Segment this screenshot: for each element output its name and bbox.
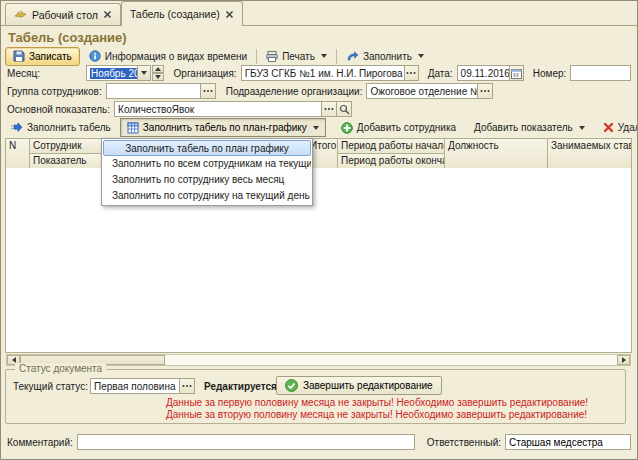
tab-label: Рабочий стол xyxy=(32,9,98,21)
date-field[interactable]: 09.11.2016 0 xyxy=(457,65,510,81)
warning-first-half: Данные за первую половину месяца не закр… xyxy=(166,397,588,408)
responsible-input[interactable] xyxy=(505,434,631,450)
tab-bar: Рабочий стол Табель (создание) xyxy=(1,1,637,26)
scrollbar-track[interactable] xyxy=(165,355,617,365)
time-info-button[interactable]: Информация о видах времени xyxy=(86,47,250,65)
month-label: Месяц: xyxy=(7,68,40,79)
form-row-indicator: Основной показатель: КоличествоЯвок xyxy=(7,101,631,117)
month-field[interactable]: Ноябрь 2016 xyxy=(86,65,138,81)
comment-input[interactable] xyxy=(77,434,415,450)
print-button[interactable]: Печать xyxy=(263,47,330,65)
date-calendar-button[interactable] xyxy=(510,65,524,81)
indicator-field[interactable]: КоличествоЯвок xyxy=(114,101,322,117)
organization-choose-button[interactable] xyxy=(405,65,419,81)
responsible-label: Ответственный: xyxy=(427,437,501,448)
print-label: Печать xyxy=(282,51,315,62)
fill-by-plan-button[interactable]: Заполнить табель по план-графику xyxy=(120,118,326,137)
menu-item-fill-employee-month[interactable]: Заполнить по сотруднику весь месяц xyxy=(103,172,311,188)
spin-up-button[interactable] xyxy=(152,65,164,73)
fill-by-plan-label: Заполнить табель по план-графику xyxy=(143,122,307,133)
current-status-control: Первая половина xyxy=(90,378,195,394)
add-employee-label: Добавить сотрудника xyxy=(357,122,456,133)
document-status-group: Статус документа Текущий статус: Первая … xyxy=(5,369,626,424)
status-group-legend: Статус документа xyxy=(15,363,106,374)
month-dropdown-button[interactable] xyxy=(138,65,151,81)
month-spinner xyxy=(152,65,164,81)
fill-label: Заполнить xyxy=(363,51,412,62)
check-circle-icon xyxy=(285,379,298,392)
menu-item-fill-all-today[interactable]: Заполнить по всем сотрудникам на текущий… xyxy=(103,156,311,172)
indicator-search-button[interactable] xyxy=(337,101,352,117)
current-status-field[interactable]: Первая половина xyxy=(90,378,180,394)
current-status-label: Текущий статус: xyxy=(13,381,88,392)
add-employee-button[interactable]: Добавить сотрудника xyxy=(338,119,459,137)
finish-editing-button[interactable]: Завершить редактирование xyxy=(276,376,442,395)
number-field[interactable] xyxy=(570,65,631,81)
search-icon xyxy=(339,104,350,115)
month-value: Ноябрь 2016 xyxy=(90,68,138,79)
menu-item-fill-by-plan[interactable]: Заполнить табель по план графику xyxy=(103,140,311,156)
timesheet-table-body[interactable] xyxy=(5,168,632,353)
column-header-n: N xyxy=(5,138,30,169)
toolbar-separator xyxy=(256,49,257,64)
chevron-down-icon xyxy=(155,75,161,79)
add-icon xyxy=(341,122,353,134)
save-button-label: Записать xyxy=(29,51,72,62)
comment-label: Комментарий: xyxy=(7,437,73,448)
employee-group-label: Группа сотрудников: xyxy=(7,86,102,97)
employee-group-choose-button[interactable] xyxy=(201,83,216,99)
form-row-group: Группа сотрудников: Подразделение органи… xyxy=(7,83,631,99)
ellipsis-icon xyxy=(203,89,213,93)
finish-editing-label: Завершить редактирование xyxy=(303,380,433,391)
fill-menu-button[interactable]: Заполнить xyxy=(343,47,427,65)
remove-employee-label: Удалить сотрудника xyxy=(618,122,638,133)
ellipsis-icon xyxy=(406,71,416,75)
warning-second-half: Данные за вторую половину месяца не закр… xyxy=(166,409,587,420)
ellipsis-icon xyxy=(480,89,490,93)
menu-item-fill-employee-today[interactable]: Заполнить по сотруднику на текущий день xyxy=(103,188,311,204)
current-status-value: Первая половина xyxy=(94,381,176,392)
organization-label: Организация: xyxy=(174,68,237,79)
fill-sheet-button[interactable]: Заполнить табель xyxy=(7,119,114,137)
ellipsis-icon xyxy=(182,384,192,388)
current-status-choose-button[interactable] xyxy=(180,378,195,394)
chevron-right-icon xyxy=(622,357,626,363)
chevron-down-icon xyxy=(141,71,147,75)
floppy-icon xyxy=(13,50,25,62)
footer-row: Комментарий: Ответственный: xyxy=(7,434,631,450)
plan-grid-icon xyxy=(127,122,139,134)
chevron-up-icon xyxy=(155,67,161,71)
add-indicator-button[interactable]: Добавить показатель xyxy=(471,119,588,137)
department-choose-button[interactable] xyxy=(478,83,493,99)
column-header-position: Должность xyxy=(444,138,548,169)
remove-employee-button[interactable]: Удалить сотрудника xyxy=(600,119,638,137)
organization-value: ГБУЗ СГКБ №1 им. Н.И. Пирогова xyxy=(245,68,403,79)
app-window: Рабочий стол Табель (создание) Табель (с… xyxy=(0,0,638,460)
delete-x-icon xyxy=(603,122,614,133)
printer-icon xyxy=(266,51,278,62)
add-indicator-label: Добавить показатель xyxy=(474,122,573,133)
scroll-right-button[interactable] xyxy=(617,355,630,365)
save-button[interactable]: Записать xyxy=(5,47,80,66)
spin-down-button[interactable] xyxy=(152,73,164,81)
department-label: Подразделение организации: xyxy=(226,86,363,97)
time-info-label: Информация о видах времени xyxy=(105,51,247,62)
column-header-rates: Занимаемых ставок xyxy=(547,138,632,169)
department-field[interactable]: Ожоговое отделение №11 xyxy=(366,83,478,99)
close-icon[interactable] xyxy=(103,10,112,19)
tab-label: Табель (создание) xyxy=(130,8,220,20)
column-header-period-start: Период работы начало xyxy=(337,138,445,154)
tab-desktop[interactable]: Рабочий стол xyxy=(5,3,121,25)
department-value: Ожоговое отделение №11 xyxy=(370,86,478,97)
employee-group-field[interactable] xyxy=(106,83,201,99)
tab-timesheet[interactable]: Табель (создание) xyxy=(121,1,243,26)
close-icon[interactable] xyxy=(225,10,234,19)
main-toolbar: Записать Информация о видах времени Печа… xyxy=(5,46,427,66)
indicator-choose-button[interactable] xyxy=(322,101,337,117)
chevron-down-icon xyxy=(313,126,319,130)
indicator-label: Основной показатель: xyxy=(7,104,110,115)
organization-field[interactable]: ГБУЗ СГКБ №1 им. Н.И. Пирогова xyxy=(241,65,405,81)
column-header-period-end: Период работы окончание xyxy=(337,153,445,169)
fill-dropdown-menu: Заполнить табель по план графику Заполни… xyxy=(101,138,313,206)
number-label: Номер: xyxy=(533,68,567,79)
